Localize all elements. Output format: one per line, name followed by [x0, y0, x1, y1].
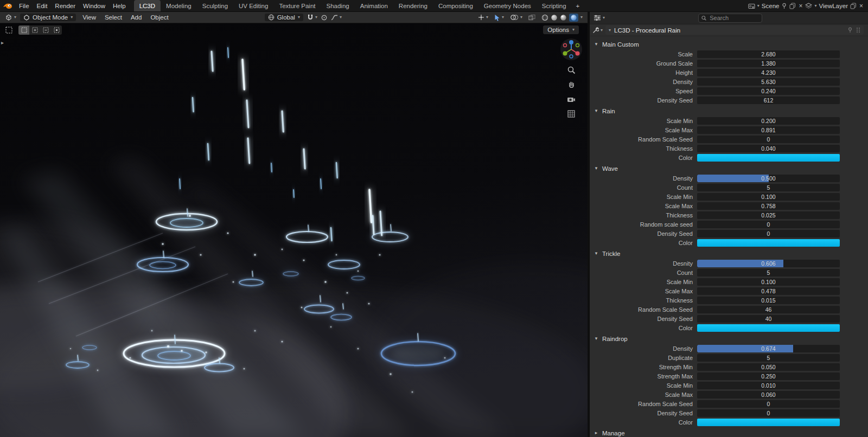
wireframe-shading-icon[interactable]	[541, 14, 548, 21]
zoom-icon[interactable]	[566, 65, 576, 75]
value-field[interactable]: 0	[697, 400, 840, 408]
value-field[interactable]: 2.680	[697, 50, 840, 58]
viewlayer-name[interactable]: ViewLayer	[819, 3, 848, 9]
value-field[interactable]: 0.025	[697, 211, 840, 219]
value-field[interactable]: 0	[697, 221, 840, 228]
workspace-tab-uv-editing[interactable]: UV Editing	[233, 0, 273, 11]
value-field[interactable]: 5.630	[697, 78, 840, 86]
solid-shading-icon[interactable]	[551, 14, 558, 21]
color-swatch[interactable]	[697, 154, 840, 162]
value-field[interactable]: 0.758	[697, 202, 840, 210]
pin-icon[interactable]	[847, 27, 853, 33]
workspace-tab-rendering[interactable]: Rendering	[393, 0, 433, 11]
tool-options-dropdown[interactable]: Options ▾	[543, 25, 579, 34]
viewport-menu-select[interactable]: Select	[100, 14, 126, 21]
scene-selector[interactable]: ▾ Scene ×	[748, 3, 803, 9]
value-field[interactable]: 0	[697, 230, 840, 237]
panel-category-dropdown[interactable]: ▾	[591, 27, 604, 34]
value-field[interactable]: 46	[697, 306, 840, 313]
toolbar-expand-arrow[interactable]: ▸	[1, 40, 4, 46]
navigation-gizmo[interactable]	[560, 38, 582, 60]
section-header-trickle[interactable]: ▾Trickle	[590, 248, 868, 259]
value-field[interactable]: 0.891	[697, 126, 840, 134]
panel-search[interactable]	[698, 14, 762, 23]
value-field[interactable]: 0.100	[697, 193, 840, 201]
workspace-tab-geometry-nodes[interactable]: Geometry Nodes	[478, 0, 537, 11]
section-header-main-custom[interactable]: ▾Main Custom	[590, 39, 868, 49]
show-overlays-dropdown[interactable]: ▾	[508, 14, 524, 21]
workspace-tab-scripting[interactable]: Scripting	[537, 0, 572, 11]
value-field[interactable]: 0.010	[697, 382, 840, 389]
xray-toggle[interactable]	[527, 14, 537, 21]
slider-field[interactable]: 0.500	[697, 175, 840, 182]
section-header-raindrop[interactable]: ▾Raindrop	[590, 333, 868, 344]
color-swatch[interactable]	[697, 239, 840, 247]
select-mode-set-button[interactable]	[18, 25, 29, 35]
menu-window[interactable]: Window	[79, 0, 109, 11]
value-field[interactable]: 0	[697, 409, 840, 417]
addon-panel-header[interactable]: ▾ LC3D - Procedural Rain	[605, 25, 864, 35]
value-field[interactable]: 5	[697, 184, 840, 191]
value-field[interactable]: 0.015	[697, 297, 840, 304]
active-gizmo-dropdown[interactable]: ▾	[493, 14, 506, 21]
viewport-menu-add[interactable]: Add	[126, 14, 146, 21]
workspace-tab-shading[interactable]: Shading	[321, 0, 355, 11]
section-header-rain[interactable]: ▾Rain	[590, 106, 868, 116]
unlink-icon[interactable]: ×	[798, 3, 803, 9]
blender-logo-icon[interactable]	[0, 0, 15, 11]
value-field[interactable]: 0.060	[697, 391, 840, 399]
value-field[interactable]: 4.230	[697, 69, 840, 76]
workspace-tab-lc3d[interactable]: LC3D	[134, 0, 161, 11]
remove-icon[interactable]: ×	[859, 3, 864, 9]
section-header-manage[interactable]: ▸Manage	[590, 428, 868, 437]
value-field[interactable]: 612	[697, 97, 840, 104]
color-swatch[interactable]	[697, 324, 840, 332]
menu-help[interactable]: Help	[109, 0, 130, 11]
transform-orientation-dropdown[interactable]: Global ▾	[265, 14, 303, 21]
search-input[interactable]	[709, 14, 759, 22]
workspace-tab-texture-paint[interactable]: Texture Paint	[273, 0, 321, 11]
rendered-shading-selected[interactable]	[569, 14, 578, 22]
viewport-menu-view[interactable]: View	[78, 14, 100, 21]
snap-toggle[interactable]: ▾	[305, 14, 319, 21]
workspace-tab-animation[interactable]: Animation	[355, 0, 393, 11]
orthographic-grid-icon[interactable]	[566, 109, 576, 119]
value-field[interactable]: 1.380	[697, 60, 840, 67]
color-swatch[interactable]	[697, 419, 840, 426]
mode-dropdown[interactable]: Object Mode ▾	[20, 14, 76, 21]
viewlayer-selector[interactable]: ▾ ViewLayer ×	[805, 3, 864, 9]
value-field[interactable]: 0	[697, 136, 840, 143]
editor-type-dropdown[interactable]: ▾	[3, 14, 18, 21]
falloff-dropdown[interactable]: ▾	[329, 15, 343, 21]
value-field[interactable]: 0.050	[697, 363, 840, 371]
scene-name[interactable]: Scene	[762, 3, 780, 9]
value-field[interactable]: 0.240	[697, 87, 840, 95]
camera-view-icon[interactable]	[566, 94, 576, 104]
value-field[interactable]: 40	[697, 315, 840, 323]
grip-dots-icon[interactable]	[856, 27, 860, 33]
value-field[interactable]: 0.040	[697, 145, 840, 152]
add-workspace-button[interactable]: +	[572, 0, 584, 11]
pin-icon[interactable]	[781, 3, 787, 9]
slider-field[interactable]: 0.606	[697, 260, 840, 267]
value-field[interactable]: 0.100	[697, 278, 840, 286]
value-field[interactable]: 0.200	[697, 117, 840, 125]
workspace-tab-compositing[interactable]: Compositing	[433, 0, 478, 11]
show-gizmos-dropdown[interactable]: ▾	[476, 14, 490, 21]
value-field[interactable]: 5	[697, 354, 840, 362]
active-tool-icon[interactable]	[3, 25, 14, 35]
select-mode-extend-button[interactable]	[29, 25, 40, 35]
select-mode-invert-button[interactable]	[51, 25, 62, 35]
panel-editor-type-dropdown[interactable]: ▾	[592, 15, 606, 21]
material-shading-icon[interactable]	[560, 14, 567, 21]
select-mode-subtract-button[interactable]	[40, 25, 51, 35]
copy-icon[interactable]	[789, 3, 796, 9]
proportional-edit-toggle[interactable]	[320, 15, 329, 21]
slider-field[interactable]: 0.674	[697, 345, 840, 352]
viewport-3d[interactable]: Options ▾ ▸	[0, 23, 588, 437]
workspace-tab-modeling[interactable]: Modeling	[161, 0, 197, 11]
value-field[interactable]: 5	[697, 269, 840, 277]
value-field[interactable]: 0.478	[697, 287, 840, 295]
menu-edit[interactable]: Edit	[33, 0, 52, 11]
menu-render[interactable]: Render	[51, 0, 79, 11]
